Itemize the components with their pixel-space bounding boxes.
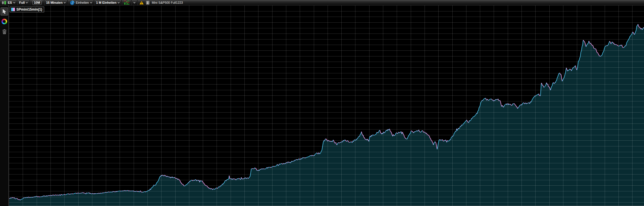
- range-button[interactable]: 10M: [32, 1, 41, 5]
- delete-tool-button[interactable]: [1, 28, 8, 36]
- range-button-group: 10M: [30, 0, 44, 5]
- units-label: Einheiten: [76, 1, 89, 4]
- range-label: 10M: [34, 1, 40, 4]
- pointer-tool-button[interactable]: [1, 7, 8, 15]
- chevron-down-icon: [13, 2, 15, 3]
- chevron-down-icon: [26, 2, 28, 3]
- chart-style-dropdown[interactable]: [132, 0, 137, 5]
- session-label: Full: [19, 1, 25, 4]
- price-chart-canvas[interactable]: [9, 5, 644, 206]
- chevron-down-icon: [118, 2, 120, 3]
- session-button[interactable]: Full: [17, 0, 30, 5]
- resolution-label: 15 Minuten: [46, 1, 63, 4]
- chevron-down-icon: [90, 2, 92, 3]
- symbol-button[interactable]: ES: [0, 0, 17, 5]
- status-group: Mini S&P500 Full1223: [138, 0, 185, 5]
- trading-app-window: ES Full 10M 15 Minuten: [0, 0, 644, 206]
- series-label[interactable]: SPmini15min(1): [10, 7, 44, 12]
- symbol-label: ES: [8, 1, 12, 4]
- clock-gauge-icon: [70, 0, 75, 5]
- color-wheel-icon: [1, 19, 7, 24]
- resolution-button[interactable]: 15 Minuten: [44, 0, 67, 5]
- chart-style-icon: [124, 0, 129, 5]
- volume-units-button[interactable]: 1 M Einheiten: [94, 0, 121, 5]
- candlestick-icon: [2, 1, 7, 5]
- toolbar: ES Full 10M 15 Minuten: [0, 0, 644, 5]
- drawing-toolbar: [0, 5, 9, 206]
- chart-window: SPmini15min(1): [0, 5, 644, 206]
- pointer-arrow-icon: [2, 9, 6, 14]
- units-button[interactable]: Einheiten: [68, 0, 94, 5]
- chart-plot-area[interactable]: SPmini15min(1): [9, 5, 644, 206]
- series-color-swatch: [11, 8, 15, 11]
- series-label-text: SPmini15min(1): [16, 7, 42, 11]
- chart-style-button[interactable]: [122, 0, 131, 5]
- instrument-title: Mini S&P500 Full1223: [152, 1, 183, 4]
- color-wheel-tool-button[interactable]: [1, 17, 8, 25]
- volume-units-label: 1 M Einheiten: [96, 1, 116, 4]
- chevron-down-icon: [133, 2, 135, 3]
- chevron-down-icon: [64, 2, 66, 3]
- info-icon[interactable]: [146, 1, 149, 5]
- trash-icon: [2, 29, 7, 34]
- warning-triangle-icon[interactable]: [139, 1, 144, 5]
